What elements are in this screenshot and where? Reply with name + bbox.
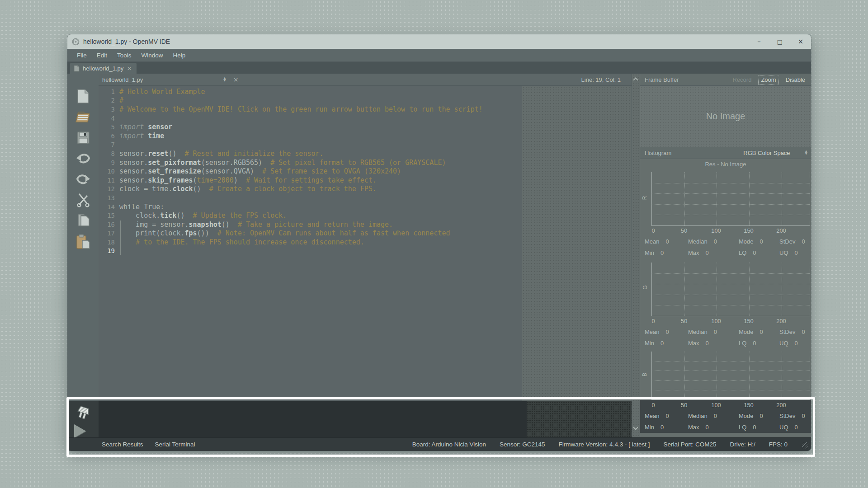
histogram-plot-r bbox=[651, 172, 810, 226]
menu-edit[interactable]: Edit bbox=[93, 51, 111, 60]
document-selector-spinner-icon[interactable]: ▲▼ bbox=[223, 77, 226, 82]
x-ticks-b: 0 50 100 150 200 bbox=[651, 400, 810, 410]
stats-row1-g: Mean0 Median0 Mode0 StDev0 bbox=[640, 326, 811, 338]
menu-file[interactable]: File bbox=[73, 51, 91, 60]
tab-helloworld[interactable]: helloworld_1.py × bbox=[70, 63, 137, 74]
title-bar[interactable]: helloworld_1.py - OpenMV IDE – □ × bbox=[67, 34, 811, 49]
menu-tools[interactable]: Tools bbox=[113, 51, 136, 60]
code-line: 5import sensor bbox=[99, 122, 632, 131]
new-file-button[interactable] bbox=[73, 87, 93, 106]
left-toolbar bbox=[67, 74, 99, 437]
line-number: 11 bbox=[99, 177, 115, 184]
mode-value: 0 bbox=[760, 328, 763, 335]
median-value: 0 bbox=[714, 413, 717, 419]
histogram-channel-b: B 0 50 100 150 200 Mean0 bbox=[640, 349, 811, 437]
editor-scrollbar[interactable] bbox=[632, 74, 640, 437]
redo-button[interactable] bbox=[73, 170, 93, 189]
disable-button[interactable]: Disable bbox=[783, 75, 807, 84]
stdev-value: 0 bbox=[802, 328, 805, 335]
histogram-plot-g bbox=[651, 263, 810, 316]
bottom-dock bbox=[99, 401, 632, 437]
scroll-up-icon[interactable] bbox=[633, 77, 638, 82]
x-ticks-g: 0 50 100 150 200 bbox=[651, 316, 810, 326]
document-selector[interactable]: helloworld_1.py bbox=[102, 76, 143, 83]
menu-help[interactable]: Help bbox=[169, 51, 190, 60]
code-line: 6import time bbox=[99, 131, 632, 141]
tab-close-icon[interactable]: × bbox=[127, 65, 132, 72]
max-value: 0 bbox=[706, 249, 709, 256]
channel-label-b: B bbox=[642, 372, 648, 376]
color-space-select[interactable]: RGB Color Space bbox=[741, 149, 792, 157]
min-value: 0 bbox=[660, 340, 664, 347]
run-controls bbox=[67, 401, 99, 437]
record-button[interactable]: Record bbox=[730, 75, 754, 84]
channel-label-g: G bbox=[642, 285, 648, 289]
uq-value: 0 bbox=[795, 340, 798, 347]
openmv-ide-window: helloworld_1.py - OpenMV IDE – □ × File … bbox=[67, 34, 811, 451]
paste-clipboard-icon bbox=[76, 234, 90, 249]
mean-value: 0 bbox=[666, 238, 669, 245]
code-line: 9sensor.set_pixformat(sensor.RGB565) # S… bbox=[99, 158, 632, 167]
run-script-button[interactable] bbox=[74, 424, 86, 438]
code-line: 11sensor.skip_frames(time=2000) # Wait f… bbox=[99, 176, 632, 185]
max-value: 0 bbox=[706, 424, 709, 431]
code-editor[interactable]: 1# Hello World Example2#3# Welcome to th… bbox=[99, 86, 632, 401]
copy-button[interactable] bbox=[73, 211, 93, 230]
stats-row2-g: Min0 Max0 LQ0 UQ0 bbox=[640, 338, 811, 349]
tab-search-results[interactable]: Search Results bbox=[102, 441, 143, 448]
cut-button[interactable] bbox=[73, 191, 93, 210]
code-line: 2# bbox=[99, 96, 632, 105]
line-number: 1 bbox=[99, 88, 115, 95]
code-line: 12clock = time.clock() # Create a clock … bbox=[99, 185, 632, 194]
histogram-channel-r: R 0 50 100 150 200 Mean0 Median0 Mod bbox=[640, 169, 811, 258]
frame-buffer-header: Frame Buffer Record Zoom Disable bbox=[640, 74, 811, 86]
line-number: 7 bbox=[99, 141, 115, 148]
undo-button[interactable] bbox=[73, 149, 93, 168]
tab-label: helloworld_1.py bbox=[83, 65, 123, 72]
status-bar: Search Results Serial Terminal Board: Ar… bbox=[67, 437, 811, 451]
open-file-button[interactable] bbox=[73, 108, 93, 127]
code-line: 4 bbox=[99, 114, 632, 123]
line-number: 2 bbox=[99, 97, 115, 104]
zoom-button[interactable]: Zoom bbox=[758, 75, 778, 84]
connect-button[interactable] bbox=[74, 406, 93, 422]
lq-value: 0 bbox=[753, 249, 756, 256]
open-folder-icon bbox=[75, 110, 91, 124]
menu-window[interactable]: Window bbox=[137, 51, 167, 60]
paste-button[interactable] bbox=[73, 232, 93, 251]
serial-terminal-output[interactable] bbox=[99, 401, 527, 437]
resolution-row: Res - No Image bbox=[640, 159, 811, 169]
redo-arrow-icon bbox=[75, 174, 91, 185]
code-line: 14while True: bbox=[99, 202, 632, 211]
code-lines: 1# Hello World Example2#3# Welcome to th… bbox=[99, 87, 632, 255]
tab-serial-terminal[interactable]: Serial Terminal bbox=[155, 441, 195, 448]
status-board: Board: Arduino Nicla Vision bbox=[412, 441, 486, 448]
maximize-button[interactable]: □ bbox=[769, 34, 790, 49]
color-space-spinner-icon[interactable]: ▲▼ bbox=[805, 150, 807, 155]
editor-pane: helloworld_1.py ▲▼ × Line: 19, Col: 1 1#… bbox=[99, 74, 632, 437]
minimize-button[interactable]: – bbox=[749, 34, 769, 49]
code-line: 19 bbox=[99, 247, 632, 256]
line-number: 13 bbox=[99, 194, 115, 202]
resize-grip[interactable] bbox=[802, 442, 808, 449]
code-line: 17 print(clock.fps()) # Note: OpenMV Cam… bbox=[99, 229, 632, 238]
min-value: 0 bbox=[660, 249, 664, 256]
line-number: 15 bbox=[99, 212, 115, 219]
window-title: helloworld_1.py - OpenMV IDE bbox=[83, 38, 170, 45]
document-close-icon[interactable]: × bbox=[233, 76, 239, 83]
scroll-down-icon[interactable] bbox=[633, 425, 638, 430]
median-value: 0 bbox=[714, 238, 717, 245]
close-button[interactable]: × bbox=[790, 34, 811, 49]
frame-buffer-panel: Frame Buffer Record Zoom Disable No Imag… bbox=[640, 74, 811, 437]
save-file-button[interactable] bbox=[73, 128, 93, 147]
line-number: 6 bbox=[99, 132, 115, 140]
status-drive: Drive: H:/ bbox=[730, 441, 755, 448]
line-number: 5 bbox=[99, 123, 115, 131]
line-number: 17 bbox=[99, 230, 115, 237]
histogram-header: Histogram RGB Color Space ▲▼ bbox=[640, 147, 811, 159]
mean-value: 0 bbox=[666, 328, 669, 335]
code-line: 7 bbox=[99, 141, 632, 150]
uq-value: 0 bbox=[795, 249, 798, 256]
min-value: 0 bbox=[660, 424, 664, 431]
line-number: 19 bbox=[99, 247, 115, 254]
